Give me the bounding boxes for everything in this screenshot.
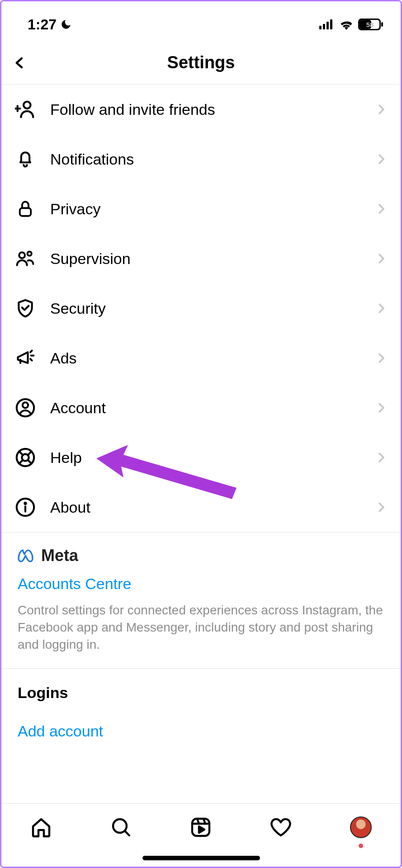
home-indicator: [142, 856, 260, 860]
chevron-right-icon: [374, 202, 388, 216]
chevron-right-icon: [374, 401, 388, 415]
reels-icon: [190, 816, 212, 838]
back-button[interactable]: [9, 52, 30, 74]
svg-rect-2: [326, 22, 329, 29]
svg-point-28: [24, 503, 26, 504]
settings-item-label: Notifications: [50, 151, 374, 168]
settings-item-account[interactable]: Account: [1, 383, 401, 433]
meta-description: Control settings for connected experienc…: [18, 602, 384, 653]
nav-activity[interactable]: [267, 814, 294, 841]
svg-point-14: [28, 251, 32, 255]
svg-line-30: [125, 831, 129, 835]
settings-item-ads[interactable]: Ads: [1, 333, 401, 383]
meta-logo-row: Meta: [18, 546, 384, 565]
page-header: Settings: [1, 41, 401, 85]
nav-home[interactable]: [28, 814, 55, 841]
svg-line-25: [19, 460, 23, 463]
settings-item-label: Follow and invite friends: [50, 101, 374, 118]
nav-search[interactable]: [108, 814, 135, 841]
svg-rect-0: [319, 26, 322, 29]
settings-item-label: Privacy: [50, 200, 374, 218]
avatar-icon: [350, 816, 372, 838]
chevron-right-icon: [374, 103, 388, 116]
add-account-button[interactable]: Add account: [18, 722, 384, 740]
person-circle-icon: [14, 396, 37, 419]
meta-logo-icon: [18, 549, 38, 562]
svg-point-13: [19, 252, 25, 258]
svg-line-23: [28, 460, 31, 463]
chevron-right-icon: [374, 252, 388, 265]
logins-title: Logins: [18, 684, 384, 702]
settings-item-label: About: [50, 499, 374, 516]
chevron-left-icon: [13, 54, 26, 72]
settings-item-help[interactable]: Help: [1, 433, 401, 482]
settings-item-about[interactable]: About: [1, 482, 401, 532]
chevron-right-icon: [374, 451, 388, 464]
cell-signal-icon: [319, 19, 335, 29]
bell-icon: [14, 148, 37, 170]
wifi-icon: [339, 19, 354, 30]
svg-point-19: [23, 402, 28, 408]
people-icon: [14, 247, 37, 270]
lifebuoy-icon: [14, 446, 37, 469]
nav-profile[interactable]: [347, 814, 374, 841]
settings-item-supervision[interactable]: Supervision: [1, 234, 401, 283]
logins-section: Logins Add account: [1, 669, 401, 749]
chevron-right-icon: [374, 152, 388, 166]
info-circle-icon: [14, 496, 37, 519]
settings-item-privacy[interactable]: Privacy: [1, 184, 401, 234]
svg-rect-3: [330, 19, 332, 29]
status-time: 1:27: [28, 16, 57, 33]
status-bar: 1:27 58: [1, 1, 401, 41]
svg-line-22: [19, 451, 23, 455]
svg-line-24: [28, 451, 31, 455]
chevron-right-icon: [374, 302, 388, 315]
meta-brand-name: Meta: [41, 546, 78, 565]
add-person-icon: [14, 98, 37, 121]
chevron-right-icon: [374, 351, 388, 365]
settings-item-label: Ads: [50, 349, 374, 367]
status-time-group: 1:27: [28, 16, 72, 33]
meta-section: Meta Accounts Centre Control settings fo…: [1, 533, 401, 669]
svg-rect-1: [323, 24, 325, 29]
svg-line-17: [30, 359, 32, 361]
shield-check-icon: [14, 297, 37, 320]
battery-icon: 58: [358, 19, 383, 30]
settings-item-label: Supervision: [50, 250, 374, 268]
megaphone-icon: [14, 347, 37, 369]
settings-list: Follow and invite friends Notifications …: [1, 85, 401, 532]
svg-point-9: [24, 102, 30, 108]
svg-rect-12: [20, 208, 31, 216]
settings-item-label: Account: [50, 399, 374, 417]
home-icon: [30, 816, 52, 838]
nav-reels[interactable]: [187, 814, 214, 841]
accounts-centre-link[interactable]: Accounts Centre: [18, 575, 384, 593]
svg-rect-7: [381, 22, 383, 27]
status-right: 58: [319, 19, 383, 30]
settings-item-label: Help: [50, 449, 374, 467]
search-icon: [110, 816, 132, 838]
svg-line-15: [30, 351, 32, 353]
notification-dot-icon: [359, 844, 363, 848]
chevron-right-icon: [374, 500, 388, 514]
lock-icon: [14, 198, 37, 220]
svg-marker-35: [199, 826, 204, 833]
svg-text:58: 58: [366, 21, 374, 28]
heart-icon: [270, 816, 292, 838]
settings-item-follow-invite[interactable]: Follow and invite friends: [1, 85, 401, 134]
settings-item-label: Security: [50, 300, 374, 317]
settings-item-security[interactable]: Security: [1, 283, 401, 333]
moon-icon: [60, 19, 72, 30]
settings-item-notifications[interactable]: Notifications: [1, 134, 401, 184]
page-title: Settings: [167, 53, 235, 72]
